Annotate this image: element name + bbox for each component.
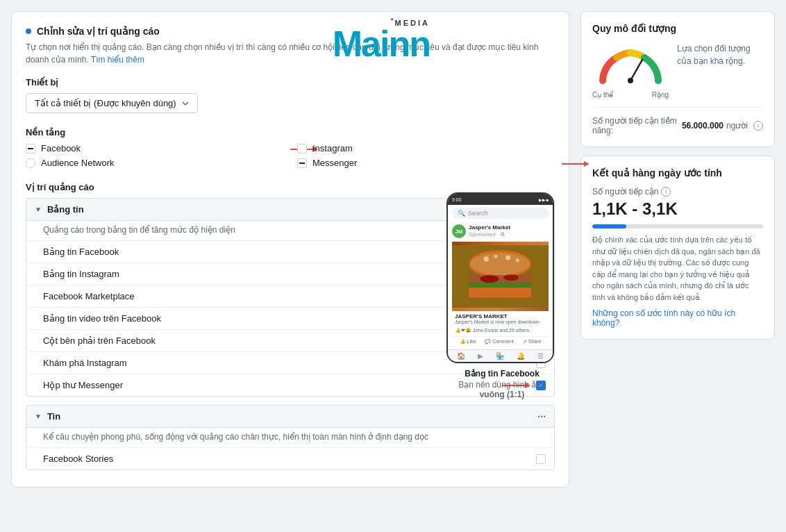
post-store-name: Jasper's Market xyxy=(469,224,510,231)
svg-point-17 xyxy=(484,256,489,261)
platform-audience-label: Audience Network xyxy=(41,158,115,168)
search-placeholder: Search xyxy=(468,210,488,217)
section-bullet xyxy=(26,28,31,34)
logo-media: MEDIA xyxy=(395,19,430,27)
subcaption-bold-text: vuông (1:1) xyxy=(480,390,525,399)
reach-bar xyxy=(592,224,763,228)
results-title: Kết quả hàng ngày ước tính xyxy=(592,167,763,178)
video-nav-icon[interactable]: ▶ xyxy=(478,352,483,360)
bell-icon[interactable]: 🔔 xyxy=(517,352,525,360)
learn-more-link[interactable]: Tìm hiểu thêm xyxy=(91,55,144,65)
audience-card: Quy mô đối tượng xyxy=(580,11,775,147)
audience-stat: Số người tiếp cận tiềm năng: 56.000.000 … xyxy=(592,107,763,135)
post-image xyxy=(452,242,549,311)
facebook-stories-checkbox[interactable] xyxy=(536,454,546,464)
burger-illustration xyxy=(452,242,549,311)
svg-point-18 xyxy=(494,254,497,258)
marketplace-label: Facebook Marketplace xyxy=(43,291,135,301)
device-value: Tất cả thiết bị (Được khuyên dùng) xyxy=(35,98,176,108)
platform-label: Nền tảng xyxy=(26,127,555,138)
store-label: JASPER'S MARKET xyxy=(455,313,546,319)
menu-icon[interactable]: ☰ xyxy=(537,352,544,360)
audience-title: Quy mô đối tượng xyxy=(592,23,763,34)
bang-tin-instagram-label: Bảng tin Instagram xyxy=(43,269,119,279)
platform-messenger-label: Messenger xyxy=(312,158,357,168)
section-description: Tự chọn nơi hiển thị quảng cáo. Bạn càng… xyxy=(26,41,555,66)
post-avatar: JM xyxy=(452,224,466,238)
messenger-inbox-label: Hộp thư Messenger xyxy=(43,380,123,390)
svg-point-20 xyxy=(515,258,519,262)
preview-area: 9:00 ▶▶■ 🔍 Search JM Jasper's Market Spo… xyxy=(446,192,558,399)
facebook-post: JM Jasper's Market Sponsored · ♻ xyxy=(448,222,553,349)
preview-caption: Bảng tin Facebook xyxy=(446,369,558,379)
marketplace-nav-icon[interactable]: 🏪 xyxy=(496,352,504,360)
messenger-arrow-icon xyxy=(562,159,590,169)
messenger-checkbox[interactable] xyxy=(297,158,307,168)
phone-status-bar: 9:00 ▶▶■ xyxy=(448,194,553,205)
gauge-svg xyxy=(592,42,669,88)
section-title: Chỉnh sửa vị trí quảng cáo xyxy=(37,26,160,37)
gauge-labels: Cụ thể Rộng xyxy=(592,91,669,99)
facebook-checkbox[interactable] xyxy=(26,144,35,153)
platform-facebook-label: Facebook xyxy=(41,143,81,153)
platforms-grid: Facebook Instagram Audience Network xyxy=(26,143,555,168)
post-sponsored: Sponsored · ♻ xyxy=(469,231,510,238)
tin-title: Tin xyxy=(47,411,60,422)
svg-point-12 xyxy=(480,275,499,283)
placement-label: Vị trí quảng cáo xyxy=(26,182,555,192)
results-description: Độ chính xác của ước tính dựa trên các y… xyxy=(592,234,763,303)
gauge-left-label: Cụ thể xyxy=(592,91,613,99)
facebook-stories-label: Facebook Stories xyxy=(43,454,113,464)
results-card: Kết quả hàng ngày ước tính Số người tiếp… xyxy=(580,156,775,340)
stat-value: 56.000.000 xyxy=(682,121,724,131)
svg-point-13 xyxy=(503,274,519,281)
post-header: JM Jasper's Market Sponsored · ♻ xyxy=(452,224,549,239)
like-button[interactable]: 👍Like xyxy=(460,339,476,344)
share-button[interactable]: ↗Share xyxy=(523,339,542,344)
tin-options: ⋯ xyxy=(537,412,546,422)
reach-label: Số người tiếp cận i xyxy=(592,187,763,197)
subcaption-text: Bạn nên dùng hình ảnh xyxy=(458,380,545,390)
platform-instagram[interactable]: Instagram xyxy=(297,143,555,153)
phone-time: 9:00 xyxy=(452,197,462,202)
reach-range: 1,1K - 3,1K xyxy=(592,199,763,219)
svg-rect-15 xyxy=(469,288,531,297)
gauge-right-label: Rộng xyxy=(652,91,669,99)
platform-audience-network[interactable]: Audience Network xyxy=(26,158,283,168)
comment-button[interactable]: 💬Comment xyxy=(485,339,513,344)
svg-rect-11 xyxy=(469,275,531,283)
results-feedback-link[interactable]: Những con số ước tính này có hữu ích khô… xyxy=(592,308,763,328)
home-icon[interactable]: 🏠 xyxy=(457,352,465,360)
gauge-chart: Cụ thể Rộng xyxy=(592,42,669,99)
chevron-down-icon xyxy=(182,100,189,107)
platform-instagram-label: Instagram xyxy=(312,143,353,153)
platform-messenger[interactable]: Messenger xyxy=(297,158,555,168)
right-column-label: Cột bên phải trên Facebook xyxy=(43,335,156,346)
device-dropdown[interactable]: Tất cả thiết bị (Được khuyên dùng) xyxy=(26,93,198,113)
svg-point-22 xyxy=(628,78,633,83)
reach-bar-fill xyxy=(592,224,626,228)
explore-label: Khám phá Instagram xyxy=(43,358,127,368)
bang-tin-title: Bảng tin xyxy=(47,204,84,215)
tin-section: ▼ Tin ⋯ Kể câu chuyện phong phú, sống độ… xyxy=(26,405,555,470)
post-footer: JASPER'S MARKET Jasper's Market is now o… xyxy=(452,311,549,326)
audience-network-checkbox[interactable] xyxy=(26,158,35,168)
logo-area: MEDIA ● Mainn xyxy=(333,26,430,62)
right-panel: Quy mô đối tượng xyxy=(580,11,775,488)
device-label: Thiết bị xyxy=(26,77,555,88)
reach-info-icon[interactable]: i xyxy=(661,187,671,197)
post-reactions: 👍❤😮 John Evans and 29 others xyxy=(452,326,549,335)
tin-collapse-icon[interactable]: ▼ xyxy=(35,413,42,420)
instagram-checkbox[interactable] xyxy=(297,144,307,153)
post-caption-text: Jasper's Market is now open downtown xyxy=(455,319,546,324)
platform-facebook[interactable]: Facebook xyxy=(26,143,283,153)
svg-marker-3 xyxy=(584,161,590,167)
logo-main: Mainn xyxy=(333,24,430,64)
placement-row-facebook-stories[interactable]: Facebook Stories xyxy=(26,448,554,469)
stat-info-icon[interactable]: i xyxy=(753,121,763,131)
stat-label: Số người tiếp cận tiềm năng: xyxy=(592,116,682,135)
collapse-icon[interactable]: ▼ xyxy=(35,206,42,213)
phone-search-bar: 🔍 Search xyxy=(452,208,549,219)
svg-point-19 xyxy=(505,255,510,260)
svg-line-21 xyxy=(630,60,642,81)
